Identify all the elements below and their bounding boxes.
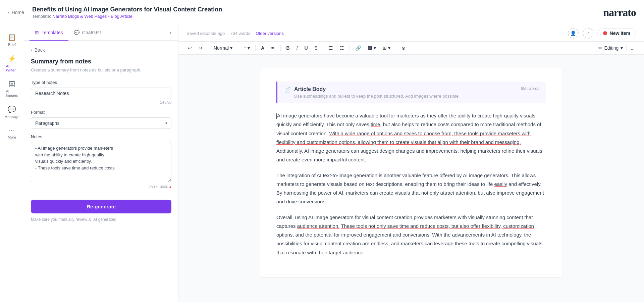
paragraph-2: The integration of AI text-to-image gene… xyxy=(276,171,546,206)
bold-button[interactable]: B xyxy=(283,44,292,52)
editor-meta-right: 👤 ↗ New Item xyxy=(568,28,636,39)
toolbar-divider-6 xyxy=(350,45,350,51)
body-text[interactable]: AI image generators have become a valuab… xyxy=(276,111,546,257)
table-button[interactable]: ⊞ ▾ xyxy=(380,44,393,52)
page-title: Benefits of Using AI Image Generators fo… xyxy=(32,6,222,13)
link-button[interactable]: 🔗 xyxy=(353,44,364,52)
numbered-list-button[interactable]: ☷ xyxy=(337,44,347,52)
saved-label: Saved seconds ago xyxy=(186,31,225,36)
avatar-share[interactable]: ↗ xyxy=(583,28,593,39)
notes-textarea[interactable]: - AI image generators provide marketers … xyxy=(31,142,171,182)
tab-templates[interactable]: ⊞ Templates xyxy=(30,25,68,41)
doc-inner: 📄 Article Body Use subheadings and bulle… xyxy=(260,68,562,277)
table-icon: ⊞ xyxy=(383,45,387,51)
regenerate-button[interactable]: Re-generate xyxy=(31,200,171,213)
toolbar-divider-5 xyxy=(323,45,323,51)
numbered-list-icon: ☷ xyxy=(340,45,344,51)
editor-meta-left: Saved seconds ago 764 words Older versio… xyxy=(186,31,284,36)
underlined-easily: easily xyxy=(494,181,507,187)
avatar-user[interactable]: 👤 xyxy=(568,28,579,39)
section-desc: Creates a summary from notes as bullets … xyxy=(31,67,171,73)
sidebar-item-message[interactable]: 💬 Message xyxy=(2,103,22,121)
font-color-icon: A xyxy=(261,45,264,51)
sidebar-item-more-label: More xyxy=(8,135,16,139)
editing-badge[interactable]: ✏ Editing ▾ xyxy=(595,44,627,52)
toolbar-divider-2 xyxy=(238,45,238,51)
chatgpt-icon: 💬 xyxy=(74,30,79,35)
brief-icon: 📋 xyxy=(8,33,16,41)
article-body-section-header: 📄 Article Body Use subheadings and bulle… xyxy=(276,82,546,103)
page-subtitle: Template: Narrato Blogs & Web Pages - Bl… xyxy=(32,14,222,19)
pencil-icon: ✏ xyxy=(598,45,602,51)
text-cursor xyxy=(276,113,277,119)
sidebar-item-brief[interactable]: 📋 Brief xyxy=(2,31,22,49)
underlined-harnessing: By harnessing the power of AI, marketers… xyxy=(276,190,544,204)
back-link[interactable]: ‹ Back xyxy=(31,47,171,53)
image-button[interactable]: 🖼 ▾ xyxy=(365,44,379,52)
toolbar-divider-7 xyxy=(396,45,396,51)
message-icon: 💬 xyxy=(8,105,16,113)
font-color-button[interactable]: A xyxy=(258,44,267,52)
home-link[interactable]: ‹ Home xyxy=(8,10,24,15)
image-chevron-icon: ▾ xyxy=(374,45,376,51)
tab-chatgpt[interactable]: 💬 ChatGPT xyxy=(68,25,107,41)
clear-format-icon: ⊗ xyxy=(401,45,406,51)
align-button[interactable]: ≡ ▾ xyxy=(241,44,253,52)
paragraph-1: AI image generators have become a valuab… xyxy=(276,111,546,164)
undo-button[interactable]: ↩ xyxy=(185,44,195,52)
panel-collapse-button[interactable]: ‹ xyxy=(167,29,174,37)
bullet-list-button[interactable]: ☰ xyxy=(326,44,336,52)
italic-icon: I xyxy=(297,45,298,51)
format-label: Format xyxy=(31,110,171,115)
format-select[interactable]: Paragraphs Bullets xyxy=(31,117,171,129)
style-chevron-icon: ▾ xyxy=(230,45,232,51)
highlight-icon: ✒ xyxy=(271,45,275,51)
redo-button[interactable]: ↪ xyxy=(196,44,205,52)
ai-images-icon: 🖼 xyxy=(9,80,15,88)
sidebar-item-ai-writer[interactable]: ⚡ AI Writer xyxy=(2,52,22,75)
notes-group: Notes - AI image generators provide mark… xyxy=(31,134,171,189)
bold-icon: B xyxy=(286,45,289,51)
toolbar-divider-4 xyxy=(280,45,281,51)
editing-chevron-icon: ▾ xyxy=(621,45,623,51)
notes-label: Notes xyxy=(31,134,171,139)
clear-format-button[interactable]: ⊗ xyxy=(399,44,408,52)
more-icon: ... xyxy=(631,45,635,51)
page-title-area: Benefits of Using AI Image Generators fo… xyxy=(32,6,222,19)
underline-button[interactable]: U xyxy=(302,44,310,52)
older-versions-link[interactable]: Older versions xyxy=(256,31,284,36)
strikethrough-button[interactable]: S xyxy=(312,44,320,52)
more-dots-icon: ··· xyxy=(8,127,15,134)
strikethrough-icon: S xyxy=(315,45,318,51)
editor-area: Saved seconds ago 764 words Older versio… xyxy=(178,25,644,302)
underlined-range: With a wide range of options and styles … xyxy=(276,131,531,145)
redo-icon: ↪ xyxy=(199,45,203,51)
notes-char-count: 789 / 10000 ● xyxy=(31,185,171,189)
italic-button[interactable]: I xyxy=(294,44,301,52)
doc-content: 📄 Article Body Use subheadings and bulle… xyxy=(178,55,644,302)
style-label: Normal xyxy=(214,45,229,51)
sidebar-item-ai-images[interactable]: 🖼 AI Images xyxy=(2,78,22,100)
format-group: Format Paragraphs Bullets ▾ xyxy=(31,110,171,129)
image-icon: 🖼 xyxy=(368,45,372,51)
style-select-button[interactable]: Normal ▾ xyxy=(211,44,235,52)
paragraph-3: Overall, using AI image generators for v… xyxy=(276,213,546,257)
template-link[interactable]: Narrato Blogs & Web Pages - Blog Article xyxy=(52,14,132,19)
editor-meta-bar: Saved seconds ago 764 words Older versio… xyxy=(178,25,644,42)
share-icon: ↗ xyxy=(586,31,590,36)
user-icon: 👤 xyxy=(570,31,576,36)
underlined-audience: audience attention. xyxy=(297,223,340,229)
type-of-notes-label: Type of notes xyxy=(31,80,171,85)
type-of-notes-input[interactable] xyxy=(31,88,171,99)
section-title: Summary from notes xyxy=(31,58,171,65)
icon-sidebar: 📋 Brief ⚡ AI Writer 🖼 AI Images 💬 Messag… xyxy=(0,25,24,302)
toolbar-divider-3 xyxy=(255,45,256,51)
new-item-button[interactable]: New Item xyxy=(597,28,636,38)
more-options-button[interactable]: ... xyxy=(628,44,637,52)
ai-writer-icon: ⚡ xyxy=(8,55,16,63)
format-select-wrapper: Paragraphs Bullets ▾ xyxy=(31,117,171,129)
highlight-button[interactable]: ✒ xyxy=(268,44,278,52)
word-count: 764 words xyxy=(230,31,250,36)
bullet-list-icon: ☰ xyxy=(329,45,333,51)
sidebar-item-more[interactable]: ··· More xyxy=(2,124,22,142)
